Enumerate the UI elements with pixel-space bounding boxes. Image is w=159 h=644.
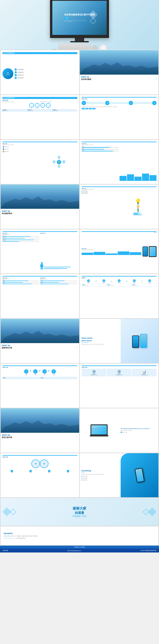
slide-12-title: 美丽详情	[82, 278, 156, 278]
slide-6-chart: 标题文字说明 这里输入简单的文字说明，文字可以编辑。 标题文本 标题文本 标	[80, 140, 158, 184]
slide-8-header	[82, 186, 156, 187]
prog-2: 标题文本	[82, 148, 119, 150]
slide-13-part03: PART 03. 融资策划方案 ♡	[1, 319, 79, 363]
final-info-title: 网站/经营声明	[4, 533, 155, 535]
sc-2: 2 文字说明	[29, 470, 32, 473]
phone-1	[142, 246, 148, 256]
bar-1	[119, 176, 126, 180]
pb-2: 标题文本 60%	[3, 237, 40, 238]
slide-16-features: 标题文字说明 ⚙️ 标题文字 这里输入简单的文字说明 ⚙️ 标题文字 这里输入简…	[80, 364, 158, 408]
slide-15-title: 标题文字说明	[3, 367, 77, 368]
hero-subtitle: This slide presentation is a business or…	[64, 20, 86, 22]
connection-diagram: 💡 📊 标题 🌐 标题 📁	[41, 143, 77, 181]
gear-cards-row: ⚙️ 标题文字 这里输入简单的文字说明 ⚙️ 标题文字 这里输入简单的文字说明 …	[82, 369, 156, 376]
gear-card-1: ⚙️ 标题文字 这里输入简单的文字说明	[82, 369, 106, 376]
info-box-2: 标题文字 这里输入说明文字	[28, 109, 52, 112]
hero-section: 创业商业融资策划文案PPT模板 一键 This slide presentati…	[0, 0, 159, 50]
thankyou-text-area: 谢谢大家 的观看 THANK YOU	[7, 506, 152, 518]
slide-3-content2: 这里输入简单的文字说明，文字可以编辑。	[40, 102, 77, 102]
slide-6-left: 标题文字说明 这里输入简单的文字说明，文字可以编辑。 标题文本 标题文本 标	[82, 143, 119, 181]
notebook	[52, 49, 57, 50]
tl-circle-1: 01	[82, 101, 86, 105]
slide-18-laptop: We develop professional projects For all…	[80, 408, 158, 452]
gear-card-3: 📊 标题文字 这里输入简单的文字说明	[132, 369, 156, 376]
laptop-area: We develop professional projects For all…	[80, 408, 119, 452]
dollar-icon: 💲	[136, 208, 140, 212]
slide-14-somewords: Some words about lastest ipad devices 这里…	[80, 319, 158, 363]
slide-12-header	[82, 276, 156, 276]
slide-4-tags: 标题 标题 标题 标题	[82, 108, 156, 109]
final-info-content: 这里输入简单的文字说明，文字可以编辑。这里输入简单的文字说明文字可以编辑。	[4, 536, 155, 537]
stat-circle-4: 80%	[46, 103, 51, 108]
toc-item-1: 1 1.创业商业融资	[15, 68, 77, 70]
sc-4: 4 文字说明	[67, 470, 69, 473]
lightbulb-icon: 💡	[135, 198, 141, 205]
toc-item-4: 4 4.策划方案详情	[15, 77, 77, 79]
slide-6-right	[119, 143, 156, 181]
stat-circle-1: 72%	[29, 103, 34, 108]
slide-5-left: 标题文字说明 这里输入简单的文字说明，文字可以编辑。 💻 标题文字说明 📱 标题…	[3, 143, 39, 181]
heart-icon-4: ♡	[76, 436, 78, 439]
tl-circle-3: 03	[129, 101, 133, 105]
tablet-1	[149, 246, 156, 257]
slide-9-left: 标题文字说明 这里输入简单的文字说明 标题文本 75% 标题文本 60% 标题文…	[3, 233, 40, 270]
some-words-text: Some words about lastest ipad devices 这里…	[80, 319, 121, 363]
hero-button[interactable]: 一键	[64, 17, 69, 20]
small-circles-row: 1 文字说明 2 文字说明 3 文字说明 4 文字说明	[3, 470, 77, 473]
slide-11-left: 标题文字说明 这里输入简单的文字说明 标题文本 标题文本 标题文本	[3, 278, 40, 315]
toc-items: 1 1.创业商业融资 2 2.商业融资策划 3 3.融资策划方案 4	[15, 68, 77, 79]
info-box-1: 标题文字 这里输入说明文字	[3, 109, 27, 112]
part02-num: PART 02.	[2, 210, 78, 212]
toc-item-2: 2 2.商业融资策划	[15, 71, 77, 73]
laptop-content: 这里输入简单的文字说明，文字可以编辑。	[121, 430, 157, 431]
stat-circles-row: 72% 标题 37% 标题 52% 标题 80% 标题	[3, 103, 77, 108]
something-subtitle: about	[81, 472, 119, 473]
part02-title: 商业融资策划	[2, 212, 78, 215]
slide-10-header	[82, 231, 156, 232]
slide-9-header	[3, 231, 77, 232]
slide-1-toc: 某业企业创业融资策划文案 目录 CONTENT 1 1.创业商业融资	[1, 50, 79, 94]
tl-line-1	[86, 103, 105, 103]
prog2-5: 标题文本	[40, 281, 77, 282]
slide-21-thankyou: 谢谢大家 的观看 THANK YOU	[1, 498, 158, 526]
toc-circle: 目录 CONTENT	[3, 68, 13, 79]
slide-15-header	[3, 366, 77, 366]
timeline-row: 01 02 03 04	[82, 101, 156, 105]
slide-3-info: 某业企业创业融资策划文案 标题文字说明 这里输入简单的文字说明，文字可以编辑。 …	[1, 95, 79, 139]
footer-copyright: © 2023 河南龙网 版权所有	[140, 550, 156, 552]
mug	[99, 44, 107, 50]
slide-16-title: 标题文字说明	[82, 367, 156, 368]
slide-4-content: 这里输入简单的文字说明，文字可以编辑。这里输入简单的文字说明，文字可以编辑。这里…	[82, 106, 156, 107]
slide-19-circles: 标题文字说明 标题文字 标题文字 1	[1, 453, 79, 498]
heart-icon-1: ♡	[155, 78, 157, 80]
prog2-4: 标题文本	[40, 280, 77, 281]
slide-7-part02: PART 02. 商业融资策划 ♡	[1, 184, 79, 229]
slide-6-header	[82, 142, 156, 142]
watermark-text: 河南龙网 | 行业网站	[74, 546, 85, 548]
some-words-title1: Some words	[81, 337, 119, 340]
phone-mockup-1	[132, 336, 139, 348]
slide-11-progress2: 标题文字说明 这里输入简单的文字说明 标题文本 标题文本 标题文本 标题文字说明…	[1, 274, 79, 318]
phone-devices	[142, 246, 156, 257]
sc-3: 3 文字说明	[48, 470, 51, 473]
monitor-screen: 创业商业融资策划文案PPT模板 一键 This slide presentati…	[52, 1, 107, 35]
some-words-subtitle: ipad devices	[81, 342, 119, 343]
device-label: iDevice	[154, 232, 157, 233]
slide-5-diagram: 标题文字说明 这里输入简单的文字说明，文字可以编辑。 💻 标题文字说明 📱 标题…	[1, 140, 79, 184]
proc-circle-1: ①	[24, 369, 28, 374]
phone-hand-area	[121, 453, 158, 498]
slide-9-right: 标题文字说明	[40, 233, 77, 270]
slide-3-title: 标题文字说明	[3, 100, 77, 101]
thankyou-title3: THANK YOU	[7, 515, 152, 518]
pb-1: 标题文本 75%	[3, 236, 40, 237]
part03-title: 融资策划方案	[2, 347, 78, 349]
site-url: www.hnlongwang.com	[4, 538, 13, 539]
slide-4-timeline: 标题文字说明 01 02 03 04 这里输入简单的文字说明，文字可以编辑。这里…	[80, 95, 158, 139]
part03-num: PART 03.	[2, 344, 78, 347]
something-content: 这里输入简单的文字说明，文字可以编辑。这里输入简单的文字说明文字可以编辑。	[81, 474, 119, 475]
process4-row: ① 标题 文字说明 ② 标题 文字说明 ③ 标题 文字说明	[3, 369, 77, 376]
heart-icon-3: ♡	[76, 346, 78, 349]
part01-num: PART 01.	[81, 76, 157, 78]
mouse	[92, 45, 97, 50]
phone-mockup-2	[140, 334, 147, 348]
